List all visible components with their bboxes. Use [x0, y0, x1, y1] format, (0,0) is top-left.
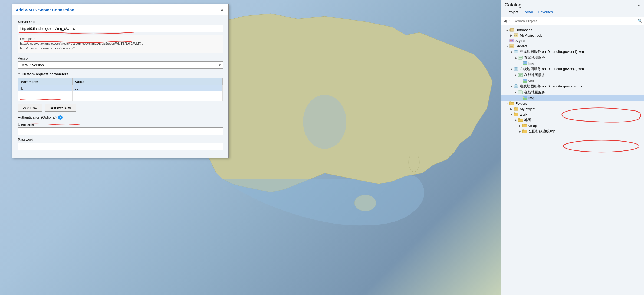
- svg-rect-55: [522, 130, 524, 131]
- password-input[interactable]: [18, 143, 223, 150]
- icon-work: [513, 112, 519, 116]
- svg-text:gdb: gdb: [514, 35, 517, 36]
- auth-label: Authentication (Optional): [18, 115, 57, 119]
- tree-item-service3[interactable]: ▲ 在线地图服务: [501, 89, 644, 95]
- empty-param-key: [18, 91, 72, 101]
- catalog-close-button[interactable]: ∧: [638, 3, 640, 7]
- param-value-input[interactable]: [75, 86, 221, 90]
- param-row-1[interactable]: tk: [18, 85, 223, 91]
- svg-point-43: [523, 97, 524, 98]
- toggle-server2[interactable]: ▲: [510, 68, 513, 71]
- tree-item-databases[interactable]: ▲ Databases: [501, 27, 644, 32]
- svg-point-33: [523, 80, 524, 81]
- tree-item-server1[interactable]: ▲ 在线地图服务 on t0.tianditu.gov.cn(1).wm: [501, 49, 644, 55]
- catalog-back-button[interactable]: ◀: [502, 18, 508, 24]
- svg-rect-51: [518, 118, 520, 119]
- tree-item-styles[interactable]: ▶ Styles: [501, 38, 644, 43]
- tab-portal[interactable]: Portal: [521, 9, 535, 15]
- toggle-servers[interactable]: ▲: [505, 45, 509, 48]
- catalog-home-button[interactable]: ⌂: [508, 18, 512, 24]
- auth-info-icon[interactable]: i: [58, 115, 63, 120]
- label-server1: 在线地图服务 on t0.tianditu.gov.cn(1).wm: [520, 49, 584, 54]
- empty-row-underline-annotation: [20, 98, 64, 100]
- icon-servers: [509, 44, 514, 48]
- tab-project[interactable]: Project: [505, 9, 521, 15]
- svg-rect-18: [518, 56, 523, 59]
- toggle-maps[interactable]: ▲: [514, 119, 518, 122]
- tree-item-boundary[interactable]: ▶ 全国行政边线shp: [501, 128, 644, 134]
- icon-styles: [509, 38, 514, 43]
- auth-section: Authentication (Optional) i Username Pas…: [18, 115, 223, 150]
- svg-rect-24: [514, 68, 518, 70]
- icon-server2: [513, 67, 519, 71]
- svg-rect-42: [523, 98, 527, 100]
- version-label: Version:: [18, 56, 223, 60]
- examples-block: Examples: http://gisserver.example.com/a…: [18, 35, 223, 53]
- label-databases: Databases: [515, 28, 532, 32]
- icon-service2: [518, 73, 523, 77]
- tree-item-vec[interactable]: vec: [501, 78, 644, 83]
- catalog-tree: ▲ Databases ▶ gdb MyProject.gdb: [501, 26, 644, 295]
- catalog-tabs: Project Portal Favorites: [505, 9, 640, 15]
- label-service1: 在线地图服务: [524, 55, 545, 60]
- svg-rect-45: [509, 102, 511, 103]
- tree-item-server3[interactable]: ▲ 在线地图服务 on t0.tianditu.gov.cn.wmts: [501, 83, 644, 89]
- remove-row-button[interactable]: Remove Row: [45, 104, 76, 112]
- toggle-folders[interactable]: ▲: [505, 102, 509, 105]
- svg-rect-38: [518, 91, 523, 94]
- toggle-gdb[interactable]: ▶: [510, 34, 513, 37]
- catalog-title: Catalog ∧: [505, 2, 640, 8]
- params-buttons: Add Row Remove Row: [18, 104, 223, 112]
- tree-item-img2[interactable]: img: [501, 95, 644, 101]
- icon-img1: [522, 61, 527, 65]
- label-folders: Folders: [515, 101, 527, 106]
- empty-param-value: [72, 91, 223, 101]
- icon-myproject: [513, 107, 519, 111]
- icon-gdb: gdb: [513, 33, 519, 37]
- custom-params-label: Custom request parameters: [22, 72, 68, 76]
- tab-favorites[interactable]: Favorites: [535, 9, 555, 15]
- tree-item-vmap[interactable]: ▶ vmap: [501, 123, 644, 128]
- svg-point-1: [409, 153, 419, 172]
- collapse-icon[interactable]: ▼: [18, 73, 21, 76]
- add-row-button[interactable]: Add Row: [18, 104, 42, 112]
- svg-point-3: [303, 95, 346, 149]
- label-styles: Styles: [515, 39, 525, 43]
- toggle-service2[interactable]: ▲: [514, 74, 518, 77]
- label-servers: Servers: [515, 44, 528, 48]
- username-input[interactable]: [18, 127, 223, 135]
- param-row-empty[interactable]: [18, 91, 223, 101]
- toggle-service1[interactable]: ▲: [514, 56, 518, 59]
- svg-rect-49: [514, 113, 515, 114]
- params-table-header: Parameter Value: [18, 78, 223, 85]
- toggle-myproject[interactable]: ▶: [510, 107, 513, 110]
- catalog-search-input[interactable]: [512, 18, 638, 24]
- tree-item-myproject[interactable]: ▶ MyProject: [501, 106, 644, 112]
- param-key-cell: tk: [18, 85, 72, 91]
- tree-item-work[interactable]: ▲ work: [501, 112, 644, 117]
- param-col-header: Parameter: [18, 78, 72, 85]
- dialog-close-button[interactable]: ✕: [219, 6, 225, 13]
- example-url-1: http://gisserver.example.com/arcgis/rest…: [20, 41, 221, 46]
- tree-item-service1[interactable]: ▲ 在线地图服务: [501, 55, 644, 61]
- tree-item-servers[interactable]: ▲ Servers: [501, 43, 644, 49]
- section-header: ▼ Custom request parameters: [18, 72, 223, 76]
- toggle-vmap[interactable]: ▶: [518, 124, 522, 127]
- tree-item-maps[interactable]: ▲ 地图: [501, 117, 644, 123]
- tree-item-service2[interactable]: ▲ 在线地图服务: [501, 72, 644, 78]
- example-url-2: http://gisserver.example.com/maps.cgi?: [20, 46, 221, 51]
- tree-item-folders[interactable]: ▲ Folders: [501, 101, 644, 106]
- toggle-work[interactable]: ▲: [510, 113, 513, 116]
- toggle-databases[interactable]: ▲: [505, 28, 509, 31]
- toggle-boundary[interactable]: ▶: [518, 130, 522, 133]
- tree-item-img1[interactable]: img: [501, 61, 644, 66]
- label-vec: vec: [528, 79, 534, 83]
- toggle-service3[interactable]: ▲: [514, 91, 518, 94]
- toggle-server1[interactable]: ▲: [510, 50, 513, 53]
- version-select[interactable]: Default version 1.0.0: [18, 61, 223, 69]
- tree-item-myproject-gdb[interactable]: ▶ gdb MyProject.gdb: [501, 32, 644, 38]
- server-url-input[interactable]: [18, 25, 223, 32]
- catalog-search-row: ◀ ⌂ 🔍: [501, 17, 644, 25]
- tree-item-server2[interactable]: ▲ 在线地图服务 on t0.tianditu.gov.cn(2).wm: [501, 66, 644, 72]
- toggle-server3[interactable]: ▲: [510, 85, 513, 88]
